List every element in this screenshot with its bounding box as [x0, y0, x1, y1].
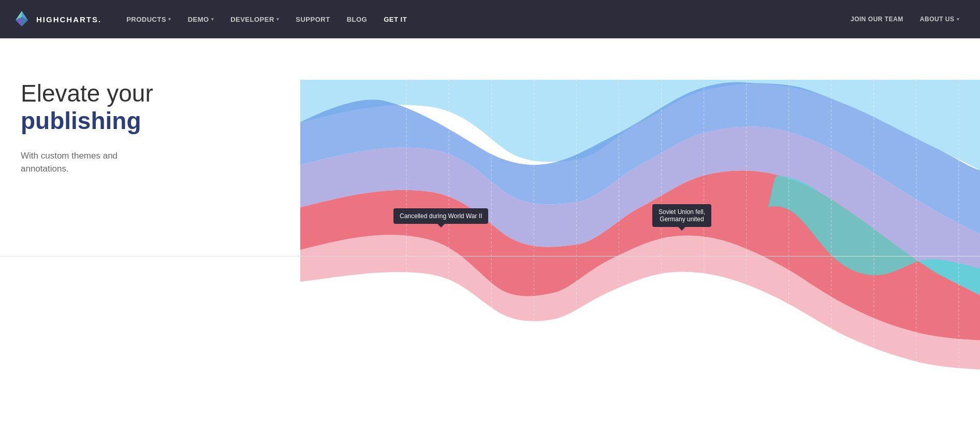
chart-container: 1924 Chamonix 1928 St. Moritz 1932 Lake … [300, 80, 980, 442]
chevron-down-icon: ▾ [957, 17, 960, 22]
hero-subtitle: With custom themes and annotations. [21, 149, 153, 176]
main-nav-links: PRODUCTS ▾ DEMO ▾ DEVELOPER ▾ SUPPORT BL… [118, 0, 842, 38]
chevron-down-icon: ▾ [276, 17, 280, 22]
logo-icon [12, 10, 31, 28]
hero-text-block: Elevate your publishing With custom them… [21, 80, 153, 176]
nav-about-us[interactable]: ABOUT US ▾ [912, 0, 968, 38]
logo-link[interactable]: HIGHCHARTS. [12, 10, 101, 28]
nav-blog[interactable]: BLOG [339, 0, 376, 38]
nav-get-it[interactable]: GET IT [375, 0, 415, 38]
chart-svg: 1924 Chamonix 1928 St. Moritz 1932 Lake … [300, 80, 980, 442]
hero-section: Elevate your publishing With custom them… [0, 38, 980, 442]
nav-products[interactable]: PRODUCTS ▾ [118, 0, 179, 38]
hero-divider [0, 256, 980, 256]
nav-developer[interactable]: DEVELOPER ▾ [222, 0, 287, 38]
nav-demo[interactable]: DEMO ▾ [180, 0, 223, 38]
chevron-down-icon: ▾ [168, 17, 171, 22]
nav-right-links: JOIN OUR TEAM ABOUT US ▾ [842, 0, 968, 38]
chevron-down-icon: ▾ [211, 17, 214, 22]
hero-title-line2: publishing [21, 107, 153, 135]
logo-text: HIGHCHARTS. [36, 15, 101, 24]
hero-title-line1: Elevate your [21, 80, 153, 107]
nav-support[interactable]: SUPPORT [287, 0, 338, 38]
navigation: HIGHCHARTS. PRODUCTS ▾ DEMO ▾ DEVELOPER … [0, 0, 980, 38]
nav-join-team[interactable]: JOIN OUR TEAM [842, 0, 912, 38]
